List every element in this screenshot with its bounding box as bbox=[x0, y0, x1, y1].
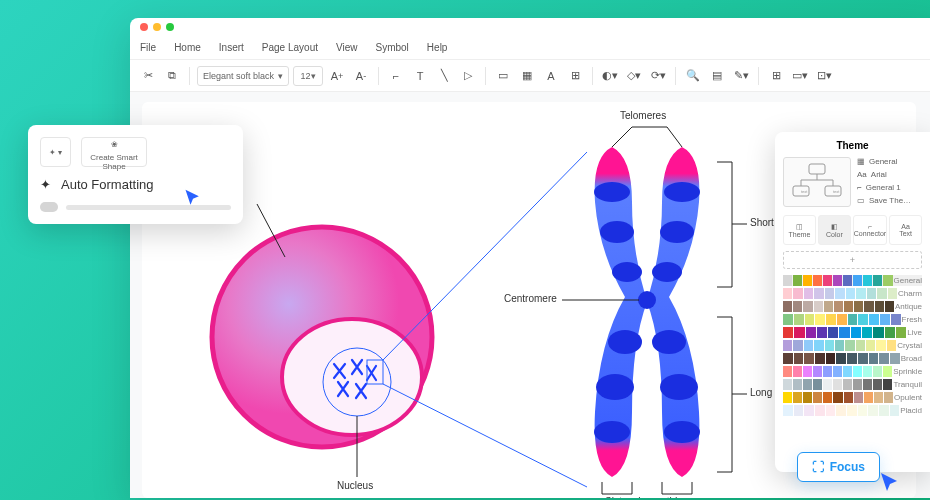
swatch[interactable] bbox=[884, 392, 893, 403]
swatch[interactable] bbox=[815, 314, 825, 325]
swatch[interactable] bbox=[783, 288, 792, 299]
palette-crystal[interactable]: Crystal bbox=[783, 340, 922, 351]
swatch[interactable] bbox=[803, 301, 812, 312]
swatch[interactable] bbox=[814, 340, 823, 351]
create-smart-shape-button[interactable]: ❀Create Smart Shape bbox=[81, 137, 147, 167]
menu-insert[interactable]: Insert bbox=[219, 42, 244, 53]
swatch[interactable] bbox=[847, 405, 857, 416]
swatch[interactable] bbox=[885, 327, 895, 338]
theme-opt-save[interactable]: ▭ Save The… bbox=[857, 196, 922, 205]
palette-sprinkle[interactable]: Sprinkle bbox=[783, 366, 922, 377]
swatch[interactable] bbox=[853, 366, 862, 377]
swatch[interactable] bbox=[863, 379, 872, 390]
swatch[interactable] bbox=[783, 353, 793, 364]
swatch[interactable] bbox=[868, 405, 878, 416]
swatch[interactable] bbox=[815, 353, 825, 364]
auto-format-row[interactable]: ✦ Auto Formatting bbox=[40, 177, 231, 192]
swatch[interactable] bbox=[836, 405, 846, 416]
theme-preview[interactable]: texttext bbox=[783, 157, 851, 207]
decrease-font-icon[interactable]: A- bbox=[351, 66, 371, 86]
image-icon[interactable]: ▦ bbox=[517, 66, 537, 86]
swatch[interactable] bbox=[783, 314, 793, 325]
swatch[interactable] bbox=[873, 275, 882, 286]
swatch[interactable] bbox=[794, 314, 804, 325]
swatch[interactable] bbox=[824, 301, 833, 312]
swatch[interactable] bbox=[803, 275, 812, 286]
swatch[interactable] bbox=[813, 275, 822, 286]
swatch[interactable] bbox=[890, 353, 900, 364]
swatch[interactable] bbox=[793, 275, 802, 286]
swatch[interactable] bbox=[863, 366, 872, 377]
theme-opt-font[interactable]: Aa Arial bbox=[857, 170, 922, 179]
menu-page-layout[interactable]: Page Layout bbox=[262, 42, 318, 53]
swatch[interactable] bbox=[879, 405, 889, 416]
swatch[interactable] bbox=[793, 392, 802, 403]
swatch[interactable] bbox=[828, 327, 838, 338]
increase-font-icon[interactable]: A+ bbox=[327, 66, 347, 86]
swatch[interactable] bbox=[843, 366, 852, 377]
swatch[interactable] bbox=[873, 366, 882, 377]
menu-home[interactable]: Home bbox=[174, 42, 201, 53]
swatch[interactable] bbox=[877, 288, 886, 299]
swatch[interactable] bbox=[783, 366, 792, 377]
comment-icon[interactable]: ⊞ bbox=[766, 66, 786, 86]
swatch[interactable] bbox=[862, 327, 872, 338]
swatch[interactable] bbox=[845, 340, 854, 351]
sparkle-dropdown[interactable]: ✦ ▾ bbox=[40, 137, 71, 167]
menu-file[interactable]: File bbox=[140, 42, 156, 53]
swatch[interactable] bbox=[814, 301, 823, 312]
swatch[interactable] bbox=[888, 288, 897, 299]
swatch[interactable] bbox=[876, 340, 885, 351]
swatch[interactable] bbox=[783, 405, 793, 416]
swatch[interactable] bbox=[835, 340, 844, 351]
swatch[interactable] bbox=[853, 379, 862, 390]
swatch[interactable] bbox=[873, 327, 883, 338]
swatch[interactable] bbox=[839, 327, 849, 338]
stroke-icon[interactable]: ◇▾ bbox=[624, 66, 644, 86]
swatch[interactable] bbox=[837, 314, 847, 325]
swatch[interactable] bbox=[863, 275, 872, 286]
group-icon[interactable]: ⊡▾ bbox=[814, 66, 834, 86]
swatch[interactable] bbox=[813, 366, 822, 377]
swatch[interactable] bbox=[864, 392, 873, 403]
swatch[interactable] bbox=[804, 340, 813, 351]
swatch[interactable] bbox=[826, 353, 836, 364]
chart-icon[interactable]: ⊞ bbox=[565, 66, 585, 86]
swatch[interactable] bbox=[833, 392, 842, 403]
swatch[interactable] bbox=[854, 392, 863, 403]
text-tool-icon[interactable]: T bbox=[410, 66, 430, 86]
swatch[interactable] bbox=[793, 379, 802, 390]
palette-tranquil[interactable]: Tranquil bbox=[783, 379, 922, 390]
swatch[interactable] bbox=[805, 314, 815, 325]
close-window-button[interactable] bbox=[140, 23, 148, 31]
swatch[interactable] bbox=[851, 327, 861, 338]
swatch[interactable] bbox=[885, 301, 894, 312]
theme-tab-theme[interactable]: ◫Theme bbox=[783, 215, 816, 245]
copy-icon[interactable]: ⧉ bbox=[162, 66, 182, 86]
swatch[interactable] bbox=[804, 353, 814, 364]
swatch[interactable] bbox=[815, 405, 825, 416]
swatch[interactable] bbox=[833, 275, 842, 286]
focus-button[interactable]: ⛶ Focus bbox=[797, 452, 880, 482]
swatch[interactable] bbox=[873, 379, 882, 390]
swatch[interactable] bbox=[793, 301, 802, 312]
swatch[interactable] bbox=[847, 353, 857, 364]
swatch[interactable] bbox=[793, 340, 802, 351]
swatch[interactable] bbox=[833, 379, 842, 390]
cut-icon[interactable]: ✂ bbox=[138, 66, 158, 86]
swatch[interactable] bbox=[823, 275, 832, 286]
swatch[interactable] bbox=[846, 288, 855, 299]
crop-icon[interactable]: ⟳▾ bbox=[648, 66, 668, 86]
swatch[interactable] bbox=[843, 275, 852, 286]
swatch[interactable] bbox=[875, 301, 884, 312]
swatch[interactable] bbox=[793, 288, 802, 299]
swatch[interactable] bbox=[783, 379, 792, 390]
swatch[interactable] bbox=[817, 327, 827, 338]
swatch[interactable] bbox=[794, 327, 804, 338]
palette-charm[interactable]: Charm bbox=[783, 288, 922, 299]
swatch[interactable] bbox=[844, 301, 853, 312]
swatch[interactable] bbox=[833, 366, 842, 377]
shape-rect-icon[interactable]: ▭ bbox=[493, 66, 513, 86]
pen-icon[interactable]: ✎▾ bbox=[731, 66, 751, 86]
palette-antique[interactable]: Antique bbox=[783, 301, 922, 312]
